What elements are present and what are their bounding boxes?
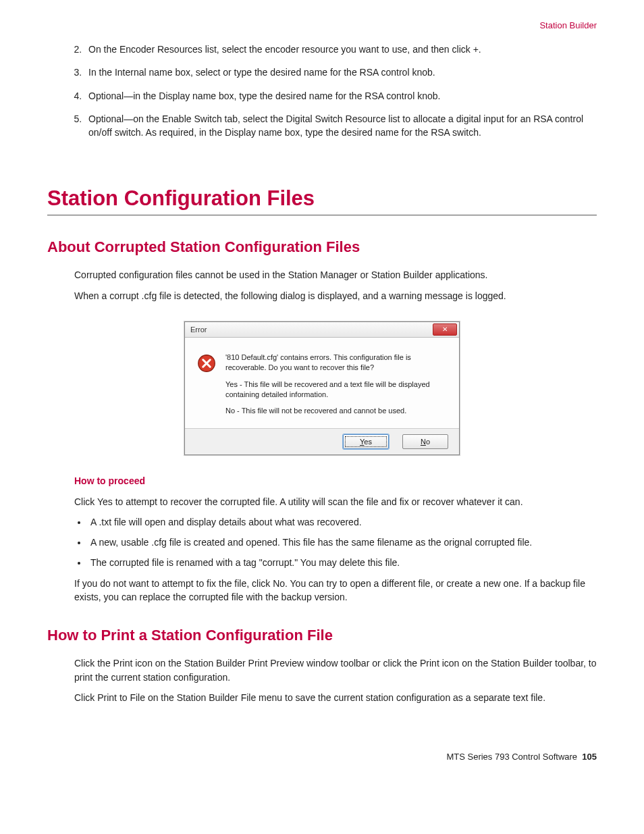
error-dialog: Error ✕ '810 Default.cfg' contains error… xyxy=(184,321,460,455)
paragraph: If you do not want to attempt to fix the… xyxy=(74,577,597,604)
breadcrumb: Station Builder xyxy=(47,20,597,30)
list-item: A new, usable .cfg file is created and o… xyxy=(88,536,597,549)
yes-button[interactable]: Yes xyxy=(343,434,389,449)
dialog-message: '810 Default.cfg' contains errors. This … xyxy=(225,353,447,423)
page-title: Station Configuration Files xyxy=(47,186,597,215)
dialog-no-text: No - This file will not be recovered and… xyxy=(225,406,447,416)
dialog-main-text: '810 Default.cfg' contains errors. This … xyxy=(225,353,447,373)
dialog-figure: Error ✕ '810 Default.cfg' contains error… xyxy=(47,321,597,455)
page-footer: MTS Series 793 Control Software 105 xyxy=(47,752,597,762)
step-text: Optional—in the Display name box, type t… xyxy=(88,90,440,101)
section-body: Click the Print icon on the Station Buil… xyxy=(74,656,597,704)
paragraph: Click the Print icon on the Station Buil… xyxy=(74,656,597,684)
list-item: The corrupted file is renamed with a tag… xyxy=(88,556,597,569)
list-item: A .txt file will open and display detail… xyxy=(88,515,597,529)
dialog-button-row: Yes No xyxy=(185,428,459,454)
paragraph: Corrupted configuration files cannot be … xyxy=(74,268,597,282)
dialog-titlebar: Error ✕ xyxy=(185,322,459,338)
paragraph: When a corrupt .cfg file is detected, th… xyxy=(74,289,597,303)
error-icon xyxy=(197,354,216,373)
section-body: How to proceed Click Yes to attempt to r… xyxy=(74,474,597,604)
footer-page-number: 105 xyxy=(582,752,597,762)
no-button[interactable]: No xyxy=(402,434,448,449)
step-text: In the Internal name box, select or type… xyxy=(88,67,435,78)
paragraph: Click Yes to attempt to recover the corr… xyxy=(74,495,597,509)
dialog-yes-text: Yes - This file will be recovered and a … xyxy=(225,380,447,400)
section-heading-about: About Corrupted Station Configuration Fi… xyxy=(47,238,597,256)
list-item-text: The corrupted file is renamed with a tag… xyxy=(90,557,400,568)
footer-product: MTS Series 793 Control Software xyxy=(446,752,577,762)
section-body: Corrupted configuration files cannot be … xyxy=(74,268,597,303)
paragraph: Click Print to File on the Station Build… xyxy=(74,691,597,704)
step-item: In the Internal name box, select or type… xyxy=(84,66,597,79)
step-item: Optional—on the Enable Switch tab, selec… xyxy=(84,112,597,140)
dialog-title: Error xyxy=(190,325,207,334)
step-item: Optional—in the Display name box, type t… xyxy=(84,89,597,103)
step-text: On the Encoder Resources list, select th… xyxy=(88,44,481,55)
list-item-text: A .txt file will open and display detail… xyxy=(90,517,362,527)
list-item-text: A new, usable .cfg file is created and o… xyxy=(90,537,532,548)
section-heading-print: How to Print a Station Configuration Fil… xyxy=(47,627,597,644)
step-text: Optional—on the Enable Switch tab, selec… xyxy=(88,113,583,138)
page: Station Builder On the Encoder Resources… xyxy=(0,0,644,789)
close-button[interactable]: ✕ xyxy=(433,323,457,336)
bullet-list: A .txt file will open and display detail… xyxy=(74,515,597,570)
subheading-how-to-proceed: How to proceed xyxy=(74,474,597,488)
numbered-steps: On the Encoder Resources list, select th… xyxy=(64,43,597,139)
dialog-content: '810 Default.cfg' contains errors. This … xyxy=(185,338,459,428)
step-item: On the Encoder Resources list, select th… xyxy=(84,43,597,56)
